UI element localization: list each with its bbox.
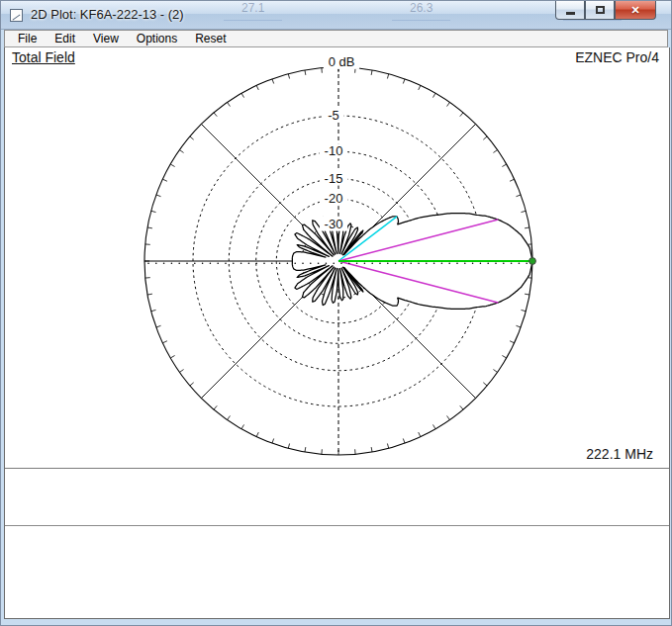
- axis-tick-dot: [472, 262, 474, 264]
- axis-tick-dot: [348, 262, 350, 264]
- ring-tick: [371, 70, 372, 75]
- ring-tick: [371, 447, 372, 452]
- axis-tick-dot: [155, 262, 157, 264]
- ring-tick: [190, 136, 194, 139]
- ring-tick: [228, 415, 231, 419]
- ring-tick: [151, 211, 156, 212]
- ring-tick: [510, 179, 515, 181]
- axis-tick-dot: [340, 262, 342, 264]
- ring-tick: [419, 432, 421, 437]
- window-title: 2D Plot: KF6A-222-13 - (2): [31, 7, 184, 22]
- minimize-icon: [566, 12, 575, 15]
- menu-view[interactable]: View: [84, 31, 128, 46]
- ring-label: -20: [325, 191, 343, 206]
- axis-tick-dot: [302, 262, 304, 264]
- axis-tick-dot: [263, 262, 265, 264]
- axis-tick-dot: [364, 262, 366, 264]
- axis-tick-dot: [225, 262, 227, 264]
- ring-tick: [241, 424, 244, 428]
- axis-tick-dot: [210, 262, 212, 264]
- axis-tick-dot: [171, 262, 173, 264]
- close-button[interactable]: ✕: [615, 1, 656, 20]
- polar-plot[interactable]: -5-10-15-20-300 dB: [5, 47, 669, 468]
- axis-tick-dot: [410, 262, 412, 264]
- ring-tick: [525, 294, 529, 295]
- field-type-label: Total Field: [12, 49, 75, 65]
- axis-tick-dot: [255, 262, 257, 264]
- minimize-button[interactable]: [555, 1, 585, 20]
- axis-tick-dot: [495, 262, 497, 264]
- outer-ring-caption: 0 dB: [329, 54, 355, 69]
- titlebar-bleedthrough: 26.3: [392, 1, 450, 21]
- axis-tick-dot: [356, 262, 358, 264]
- axis-tick-dot: [233, 262, 235, 264]
- ring-tick: [502, 164, 506, 167]
- axis-tick-dot: [448, 262, 450, 264]
- ring-tick: [170, 356, 174, 359]
- ring-tick: [305, 447, 306, 452]
- axis-tick-dot: [418, 262, 420, 264]
- ring-tick: [403, 438, 405, 443]
- axis-tick-dot: [326, 262, 328, 264]
- axis-tick-dot: [186, 262, 188, 264]
- ring-tick: [521, 211, 526, 212]
- ring-tick: [525, 227, 529, 228]
- maximize-icon: [596, 6, 605, 14]
- ring-tick: [387, 443, 388, 448]
- axis-tick-dot: [487, 262, 489, 264]
- ring-tick: [516, 325, 521, 327]
- ring-tick: [433, 93, 436, 97]
- window-icon: [10, 9, 23, 22]
- ring-label: -5: [328, 108, 339, 123]
- axis-tick-dot: [511, 262, 513, 264]
- axis-tick-dot: [217, 262, 219, 264]
- axis-tick-dot: [240, 262, 242, 264]
- menu-file[interactable]: File: [9, 31, 46, 46]
- ring-tick: [201, 124, 205, 128]
- eznec-2d-plot-window: { "window": { "title": "2D Plot: KF6A-22…: [0, 0, 672, 626]
- maximize-button[interactable]: [585, 1, 615, 20]
- axis-tick-dot: [464, 262, 466, 264]
- plot-area[interactable]: Total Field EZNEC Pro/4 -5-10-15-20-300 …: [5, 47, 669, 468]
- titlebar[interactable]: 27.1 26.3 26.7 2D Plot: KF6A-222-13 - (2…: [1, 1, 672, 30]
- axis-tick-dot: [287, 262, 289, 264]
- menu-reset[interactable]: Reset: [186, 31, 235, 46]
- axis-tick-dot: [456, 262, 458, 264]
- ring-tick: [433, 424, 436, 428]
- ring-tick: [156, 195, 161, 197]
- menu-options[interactable]: Options: [128, 31, 186, 46]
- axis-tick-dot: [294, 262, 296, 264]
- ring-tick: [241, 93, 244, 97]
- ring-tick: [516, 195, 521, 197]
- client-area: Total Field EZNEC Pro/4 -5-10-15-20-300 …: [4, 47, 670, 619]
- ring-tick: [272, 79, 274, 84]
- engine-label: EZNEC Pro/4: [575, 49, 659, 65]
- ring-tick: [483, 383, 487, 386]
- ring-label: -30: [325, 217, 343, 231]
- menu-edit[interactable]: Edit: [46, 31, 84, 46]
- axis-tick-dot: [147, 262, 149, 264]
- window-controls: ✕: [555, 1, 656, 20]
- close-icon: ✕: [630, 4, 639, 17]
- axis-tick-dot: [318, 262, 320, 264]
- frequency-label: 222.1 MHz: [586, 446, 653, 462]
- ring-tick: [179, 150, 183, 153]
- cursor-dot: [529, 258, 536, 265]
- axis-tick-dot: [178, 262, 180, 264]
- ring-tick: [228, 102, 231, 106]
- axis-tick-dot: [433, 262, 435, 264]
- axis-tick-dot: [248, 262, 250, 264]
- ring-tick: [460, 405, 463, 409]
- ring-tick: [272, 438, 274, 443]
- axis-tick-dot: [519, 262, 521, 264]
- ring-tick: [472, 395, 476, 399]
- ring-tick: [288, 74, 289, 79]
- axis-tick-dot: [480, 262, 482, 264]
- axis-tick-dot: [387, 262, 389, 264]
- ring-tick: [387, 74, 388, 79]
- axis-tick-dot: [271, 262, 273, 264]
- ring-tick: [179, 370, 183, 373]
- ring-tick: [147, 294, 152, 295]
- ring-tick: [288, 443, 289, 448]
- axis-tick-dot: [310, 262, 312, 264]
